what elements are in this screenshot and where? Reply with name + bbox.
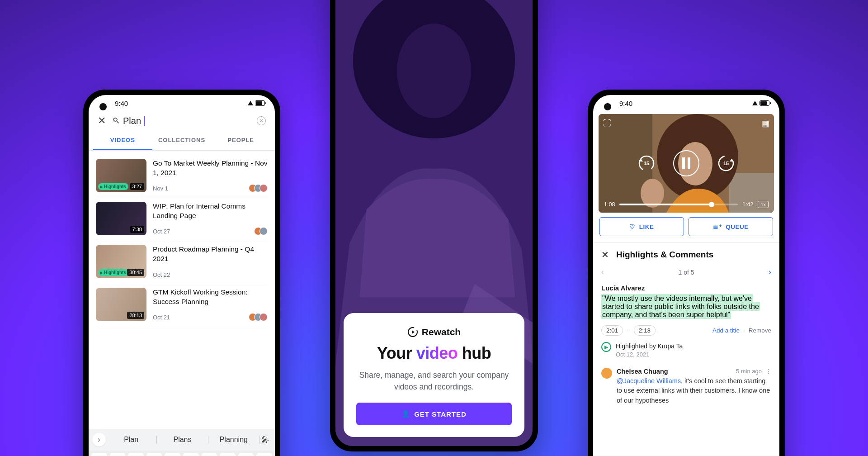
mention[interactable]: @Jacqueline Williams <box>617 377 681 385</box>
search-icon: 🔍︎ <box>112 116 120 126</box>
duration-badge: 30:45 <box>127 269 144 276</box>
results-list: ▸ Highlights 3:27 Go To Market Weekly Pl… <box>89 151 275 429</box>
highlights-badge: ▸ Highlights <box>98 183 128 190</box>
suggestion[interactable]: Planning <box>208 436 259 444</box>
clear-icon[interactable]: ✕ <box>257 116 266 125</box>
key[interactable]: 5 <box>165 453 180 456</box>
pause-button[interactable] <box>673 150 699 176</box>
video-date: Oct 22 <box>153 271 170 278</box>
avatar-stack <box>251 184 268 192</box>
timestamp-start[interactable]: 2:01 <box>601 325 623 336</box>
key[interactable]: 9 <box>238 453 254 456</box>
suggestion[interactable]: Plans <box>157 436 208 444</box>
list-item[interactable]: ▸ Highlights 30:45 Product Roadmap Plann… <box>96 240 268 283</box>
suggestion[interactable]: Plan <box>106 436 157 444</box>
key[interactable]: 1 <box>91 453 107 456</box>
seek-forward-button[interactable]: 15 <box>716 153 736 174</box>
key[interactable]: 0 <box>256 453 272 456</box>
phone-search: 9:40 ✕ 🔍︎ Plan ✕ VIDEOS COLLECTIONS PEOP… <box>83 90 280 456</box>
search-input[interactable]: 🔍︎ Plan <box>112 116 250 126</box>
svg-text:15: 15 <box>644 161 649 166</box>
comment-author: Chelsea Chuang <box>617 368 668 375</box>
tab-collections[interactable]: COLLECTIONS <box>152 132 212 150</box>
video-player[interactable]: ⛶ ▦ 15 15 1:08 1:42 1x <box>599 114 774 213</box>
pager-label: 1 of 5 <box>678 269 694 276</box>
comment: Chelsea Chuang 5 min ago⋮ @Jacqueline Wi… <box>601 368 771 406</box>
like-button[interactable]: ♡LIKE <box>599 217 684 236</box>
signal-icon <box>752 101 758 105</box>
headline: Your video hub <box>377 344 491 363</box>
avatar <box>601 368 612 379</box>
brand-name: Rewatch <box>422 327 461 337</box>
seek-back-button[interactable]: 15 <box>636 153 657 174</box>
video-thumbnail: 7:38 <box>96 202 146 235</box>
key[interactable]: 6 <box>183 453 199 456</box>
remove-link[interactable]: Remove <box>749 327 771 334</box>
chevron-left-icon[interactable]: ‹ <box>601 267 604 277</box>
get-started-button[interactable]: 👤 GET STARTED <box>356 403 512 425</box>
video-thumbnail: ▸ Highlights 3:27 <box>96 159 146 192</box>
mic-icon[interactable]: 🎤︎ <box>259 435 271 445</box>
key[interactable]: 7 <box>202 453 217 456</box>
more-icon[interactable]: ⋮ <box>765 368 771 375</box>
duration-badge: 3:27 <box>130 183 144 190</box>
time-elapsed: 1:08 <box>604 201 615 208</box>
speed-button[interactable]: 1x <box>758 201 769 208</box>
battery-icon <box>760 100 769 106</box>
video-title: WIP: Plan for Internal Comms Landing Pag… <box>153 202 268 221</box>
progress-track[interactable] <box>619 204 738 205</box>
queue-icon: ≣⁺ <box>713 223 722 230</box>
camera-hole <box>99 103 107 110</box>
video-thumbnail: ▸ Highlights 30:45 <box>96 245 146 278</box>
add-title-link[interactable]: Add a title <box>712 327 740 334</box>
status-bar: 9:40 <box>593 95 779 111</box>
comment-ago: 5 min ago <box>736 368 762 375</box>
svg-text:15: 15 <box>723 161 729 166</box>
key[interactable]: 8 <box>220 453 236 456</box>
list-item[interactable]: ▸ Highlights 3:27 Go To Market Weekly Pl… <box>96 154 268 197</box>
time-total: 1:42 <box>742 201 753 208</box>
duration-badge: 28:13 <box>127 312 144 319</box>
video-thumbnail: 28:13 <box>96 288 146 321</box>
play-icon[interactable]: ▶ <box>601 342 611 352</box>
svg-rect-12 <box>682 157 685 169</box>
close-icon[interactable]: ✕ <box>98 115 106 127</box>
search-value: Plan <box>123 116 141 126</box>
avatar-stack <box>257 227 268 235</box>
list-item[interactable]: 7:38 WIP: Plan for Internal Comms Landin… <box>96 197 268 240</box>
key[interactable]: 3 <box>128 453 144 456</box>
highlight-quote: "We mostly use the videos internally, bu… <box>601 294 771 319</box>
duration-badge: 7:38 <box>130 226 144 233</box>
section-title: Highlights & Comments <box>616 250 713 260</box>
keyboard-suggestions: › Plan Plans Planning 🎤︎ <box>89 429 275 451</box>
brand-logo-icon <box>407 327 418 337</box>
video-date: Oct 27 <box>153 228 170 235</box>
svg-rect-13 <box>688 157 690 169</box>
queue-button[interactable]: ≣⁺QUEUE <box>689 217 773 236</box>
comment-body: @Jacqueline Williams, it's cool to see t… <box>617 376 771 406</box>
signal-icon <box>248 101 253 105</box>
phone-player: 9:40 ⛶ ▦ 15 <box>588 90 785 456</box>
video-title: GTM Kickoff Working Session: Success Pla… <box>153 288 268 307</box>
highlights-badge: ▸ Highlights <box>98 269 128 276</box>
keyboard: 1234567890 qwertyuiop asdfghjkl ⇧ zxcvbn… <box>89 451 275 456</box>
key[interactable]: 4 <box>146 453 162 456</box>
timestamp-end[interactable]: 2:13 <box>634 325 656 336</box>
phone-onboarding: Rewatch Your video hub Share, manage, an… <box>330 0 538 451</box>
status-time: 9:40 <box>619 100 632 107</box>
heart-icon: ♡ <box>629 223 636 230</box>
video-date: Nov 1 <box>153 185 168 192</box>
chevron-right-icon[interactable]: › <box>769 267 771 277</box>
highlight-author: Lucía Alvarez <box>601 284 771 292</box>
key[interactable]: 2 <box>110 453 126 456</box>
status-bar: 9:40 <box>89 95 275 111</box>
avatar-stack <box>251 313 268 321</box>
tab-videos[interactable]: VIDEOS <box>93 132 152 150</box>
video-title: Go To Market Weekly Planning - Nov 1, 20… <box>153 159 268 178</box>
close-icon[interactable]: ✕ <box>601 249 609 260</box>
chevron-left-icon[interactable]: › <box>92 433 106 446</box>
list-item[interactable]: 28:13 GTM Kickoff Working Session: Succe… <box>96 283 268 326</box>
user-icon: 👤 <box>401 410 410 418</box>
battery-icon <box>255 100 265 106</box>
tab-people[interactable]: PEOPLE <box>211 132 270 150</box>
